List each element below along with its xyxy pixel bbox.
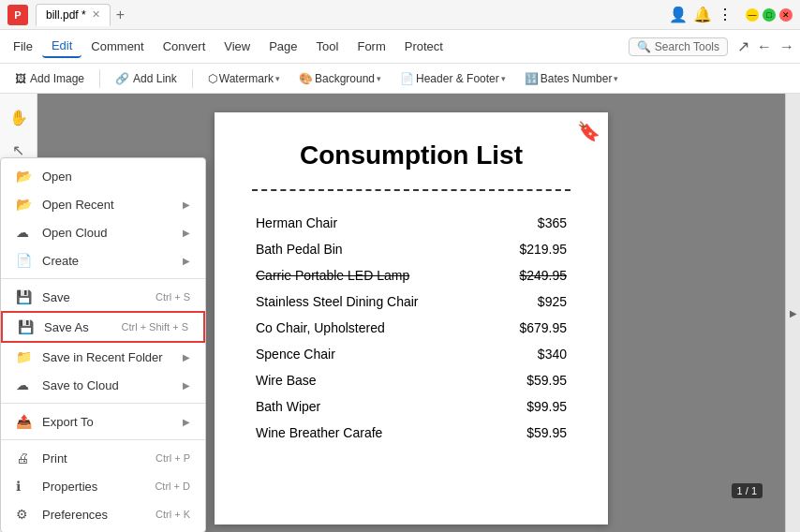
menu-item-icon: ⚙ [16, 507, 35, 522]
header-footer-button[interactable]: 📄 Header & Footer ▾ [393, 69, 513, 88]
menu-item-label: Save [42, 290, 156, 304]
new-tab-button[interactable]: + [111, 7, 130, 23]
title-bar: P bill.pdf * ✕ + 👤 🔔 ⋮ — □ ✕ [0, 0, 800, 30]
menu-convert[interactable]: Convert [154, 36, 215, 57]
menu-item-submenu-arrow: ▶ [183, 417, 190, 427]
item-price: $925 [493, 288, 570, 315]
menu-item-shortcut: Ctrl + D [155, 480, 190, 492]
table-row: Carrie Portable LED Lamp$249.95 [252, 262, 570, 288]
menu-page[interactable]: Page [259, 36, 306, 57]
pdf-divider [252, 189, 570, 191]
header-footer-dropdown-arrow: ▾ [501, 74, 506, 83]
menu-item-label: Print [42, 451, 156, 466]
item-name: Bath Pedal Bin [252, 236, 493, 262]
item-price: $679.95 [493, 315, 570, 341]
menu-item-label: Open Cloud [42, 226, 179, 240]
search-placeholder: Search Tools [655, 40, 719, 53]
background-button[interactable]: 🎨 Background ▾ [291, 69, 389, 88]
bookmark-icon[interactable]: 🔖 [577, 120, 600, 142]
table-row: Wire Base$59.95 [252, 367, 570, 393]
menu-item-label: Open Recent [42, 198, 179, 212]
main-area: ✋ ↖ 🔖 Consumption List Herman Chair$365B… [0, 94, 800, 532]
menu-item-icon: 📤 [16, 414, 35, 429]
bates-number-button[interactable]: 🔢 Bates Number ▾ [517, 69, 627, 88]
menu-item-preferences[interactable]: ⚙PreferencesCtrl + K [1, 500, 205, 528]
tab-label: bill.pdf * [46, 8, 86, 22]
menu-separator [1, 439, 205, 440]
item-name: Carrie Portable LED Lamp [252, 262, 493, 288]
menu-edit[interactable]: Edit [42, 35, 81, 58]
toolbar-divider-2 [192, 69, 193, 88]
toolbar-divider-1 [99, 69, 100, 88]
menu-item-save-as[interactable]: 💾Save AsCtrl + Shift + S [1, 311, 205, 343]
menu-item-icon: 💾 [16, 289, 35, 304]
hand-tool-icon[interactable]: ✋ [2, 101, 36, 134]
item-name: Co Chair, Upholstered [252, 315, 493, 341]
minimize-button[interactable]: — [746, 8, 759, 22]
sidebar-right: ▶ [785, 94, 800, 532]
tab-close-icon[interactable]: ✕ [92, 8, 100, 21]
menu-item-open[interactable]: 📂Open [1, 162, 205, 190]
item-price: $249.95 [493, 262, 570, 288]
menu-item-save-in-recent-folder[interactable]: 📁Save in Recent Folder▶ [1, 343, 205, 371]
search-tools[interactable]: 🔍 Search Tools [629, 37, 728, 56]
menu-item-open-recent[interactable]: 📂Open Recent▶ [1, 190, 205, 218]
item-price: $365 [493, 210, 570, 236]
menu-item-label: Properties [42, 480, 155, 494]
menu-item-label: Preferences [42, 508, 156, 522]
menu-item-shortcut: Ctrl + P [156, 452, 190, 464]
menu-item-icon: 📁 [16, 349, 35, 364]
item-name: Wine Breather Carafe [252, 420, 493, 446]
item-price: $219.95 [493, 236, 570, 262]
menu-form[interactable]: Form [348, 36, 394, 57]
item-name: Bath Wiper [252, 393, 493, 420]
watermark-dropdown-arrow: ▾ [275, 74, 280, 83]
menu-item-properties[interactable]: ℹPropertiesCtrl + D [1, 472, 205, 500]
more-icon[interactable]: ⋮ [718, 6, 733, 23]
item-price: $59.95 [493, 420, 570, 446]
menu-item-save-to-cloud[interactable]: ☁Save to Cloud▶ [1, 371, 205, 399]
menu-item-label: Save to Cloud [42, 378, 179, 392]
toolbar: 🖼 Add Image 🔗 Add Link ⬡ Watermark ▾ 🎨 B… [0, 64, 800, 94]
menu-view[interactable]: View [215, 36, 259, 57]
menu-item-print[interactable]: 🖨PrintCtrl + P [1, 444, 205, 472]
menu-item-icon: 📂 [16, 197, 35, 212]
external-link-icon[interactable]: ↗ [735, 36, 751, 57]
watermark-button[interactable]: ⬡ Watermark ▾ [200, 69, 288, 88]
tab-bill-pdf[interactable]: bill.pdf * ✕ [36, 4, 111, 26]
menu-item-label: Create [42, 254, 179, 268]
menu-item-create[interactable]: 📄Create▶ [1, 246, 205, 274]
close-button[interactable]: ✕ [779, 8, 793, 22]
menu-item-label: Save in Recent Folder [42, 350, 179, 364]
forward-icon[interactable]: → [778, 37, 796, 57]
menu-item-icon: 📄 [16, 253, 35, 268]
background-icon: 🎨 [299, 72, 313, 85]
menu-comment[interactable]: Comment [81, 36, 153, 57]
menu-protect[interactable]: Protect [395, 36, 452, 57]
menu-tool[interactable]: Tool [307, 36, 348, 57]
menu-item-submenu-arrow: ▶ [183, 228, 190, 238]
table-row: Stainless Steel Dining Chair$925 [252, 288, 570, 315]
add-image-button[interactable]: 🖼 Add Image [7, 69, 92, 88]
menu-item-submenu-arrow: ▶ [183, 256, 190, 266]
menu-item-label: Export To [42, 415, 179, 429]
back-icon[interactable]: ← [755, 37, 774, 57]
bates-number-icon: 🔢 [525, 72, 539, 85]
user-icon[interactable]: 👤 [669, 6, 688, 23]
menu-item-submenu-arrow: ▶ [183, 352, 190, 362]
menu-item-open-cloud[interactable]: ☁Open Cloud▶ [1, 218, 205, 246]
header-footer-icon: 📄 [400, 72, 414, 85]
background-dropdown-arrow: ▾ [377, 74, 381, 83]
maximize-button[interactable]: □ [763, 8, 776, 22]
menu-file[interactable]: File [4, 36, 42, 57]
table-row: Co Chair, Upholstered$679.95 [252, 315, 570, 341]
menu-item-export-to[interactable]: 📤Export To▶ [1, 407, 205, 436]
bell-icon[interactable]: 🔔 [693, 6, 712, 23]
collapse-panel-icon[interactable]: ▶ [790, 308, 797, 318]
search-icon: 🔍 [637, 40, 651, 53]
menu-item-save[interactable]: 💾SaveCtrl + S [1, 283, 205, 311]
item-name: Spence Chair [252, 341, 493, 367]
add-link-button[interactable]: 🔗 Add Link [108, 69, 185, 88]
app-logo: P [7, 5, 28, 25]
menu-separator [1, 403, 205, 404]
